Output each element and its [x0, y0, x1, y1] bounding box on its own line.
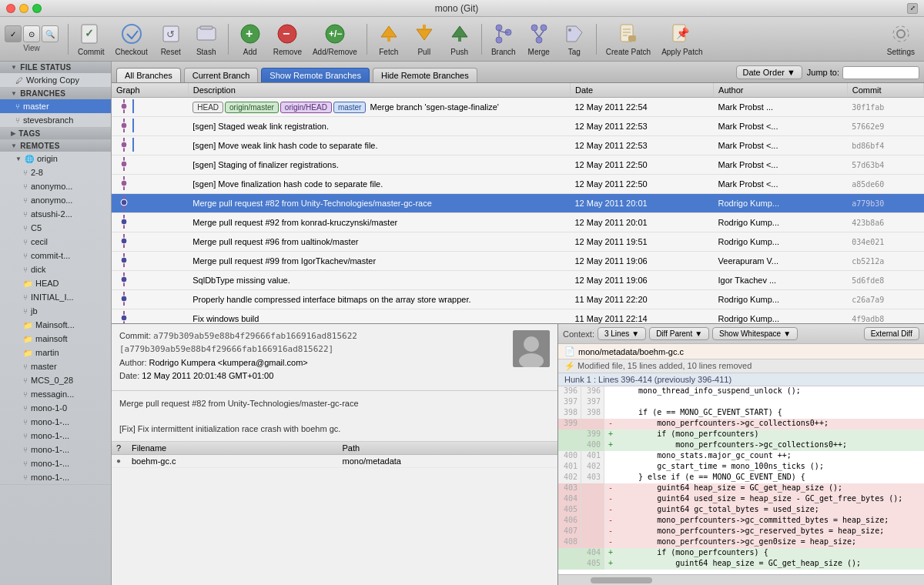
- file-status-header[interactable]: ▼ FILE STATUS: [0, 62, 111, 73]
- add-remove-button[interactable]: +/− Add/Remove: [308, 20, 362, 58]
- remote-item-messagin[interactable]: ⑂ messagin...: [0, 387, 111, 401]
- view-btn-2[interactable]: ⊙: [23, 25, 40, 42]
- col-header-author[interactable]: Author: [714, 83, 848, 98]
- file-row[interactable]: ● boehm-gc.c mono/metadata: [112, 455, 557, 468]
- col-header-date[interactable]: Date: [570, 83, 713, 98]
- branch-button[interactable]: Branch: [487, 20, 521, 58]
- table-row[interactable]: Merge pull request #96 from ualtinok/mas…: [112, 232, 924, 252]
- table-row[interactable]: Merge pull request #99 from IgorTkachev/…: [112, 252, 924, 271]
- tag-button[interactable]: Tag: [557, 20, 591, 58]
- checkout-button[interactable]: Checkout: [110, 20, 152, 58]
- pull-button[interactable]: Pull: [407, 20, 441, 58]
- merge-button[interactable]: Merge: [522, 20, 556, 58]
- svg-rect-6: [200, 26, 213, 29]
- diff-line: 405- guint64 gc_total_bytes = used_size;: [558, 505, 924, 516]
- commit-hash: 034e021: [847, 232, 923, 252]
- close-button[interactable]: [6, 4, 15, 13]
- remote-item-HEAD[interactable]: 📁 HEAD: [0, 276, 111, 290]
- context-btn[interactable]: 3 Lines ▼: [598, 327, 646, 340]
- remote-item-initial[interactable]: ⑂ INITIAL_I...: [0, 290, 111, 304]
- table-row[interactable]: Merge pull request #82 from Unity-Techno…: [112, 194, 924, 213]
- branch-master[interactable]: ⑂ master: [0, 99, 111, 113]
- table-row[interactable]: [sgen] Move weak link hash code to separ…: [112, 136, 924, 155]
- table-row[interactable]: [sgen] Staged weak link registration.12 …: [112, 117, 924, 136]
- maximize-button[interactable]: [32, 4, 42, 13]
- branch-label: Branch: [491, 48, 516, 56]
- remote-item-cecil[interactable]: ⑂ cecil: [0, 235, 111, 249]
- remote-item-anonymo2[interactable]: ⑂ anonymo...: [0, 193, 111, 207]
- push-button[interactable]: Push: [443, 20, 477, 58]
- jump-to-input[interactable]: [842, 66, 919, 79]
- table-row[interactable]: SqlDbType missing value.12 May 2011 19:0…: [112, 271, 924, 290]
- remote-item-jb[interactable]: ⑂ jb: [0, 304, 111, 318]
- table-row[interactable]: [sgen] Staging of finalizer registration…: [112, 155, 924, 175]
- working-copy-item[interactable]: 🖊 Working Copy: [0, 73, 111, 87]
- remote-item-mainsoft1[interactable]: 📁 Mainsoft...: [0, 318, 111, 332]
- remote-item-anonymo1[interactable]: ⑂ anonymo...: [0, 179, 111, 193]
- tab-hide-remote[interactable]: Hide Remote Branches: [373, 68, 477, 82]
- remote-item-atsushi[interactable]: ⑂ atsushi-2...: [0, 207, 111, 221]
- remote-item-mono-1-0[interactable]: ⑂ mono-1-0: [0, 401, 111, 415]
- tags-label: TAGS: [18, 129, 40, 138]
- create-patch-button[interactable]: Create Patch: [601, 20, 655, 58]
- remote-item-mcs[interactable]: ⑂ MCS_0_28: [0, 373, 111, 387]
- diff-hscrollbar-thumb[interactable]: [591, 577, 652, 583]
- view-btn-1[interactable]: ✓: [5, 25, 22, 42]
- date-order-button[interactable]: Date Order ▼: [736, 65, 802, 79]
- remotes-header[interactable]: ▼ REMOTES: [0, 140, 111, 152]
- apply-patch-button[interactable]: 📌 Apply Patch: [657, 20, 707, 58]
- col-header-graph[interactable]: Graph: [112, 83, 188, 98]
- settings-button[interactable]: Settings: [882, 20, 919, 58]
- window-controls[interactable]: [6, 4, 42, 13]
- table-row[interactable]: Merge pull request #92 from konrad-krucz…: [112, 213, 924, 232]
- remote-origin[interactable]: ▼ 🌐 origin: [0, 152, 111, 165]
- external-diff-btn[interactable]: External Diff: [864, 327, 919, 340]
- diff-line: 403- guint64 heap_size = GC_get_heap_siz…: [558, 483, 924, 494]
- show-whitespace-btn[interactable]: Show Whitespace ▼: [712, 327, 798, 340]
- resize-button[interactable]: ⤢: [907, 3, 918, 14]
- remote-item-mono-1-5[interactable]: ⑂ mono-1-...: [0, 470, 111, 484]
- view-btn-3[interactable]: 🔍: [42, 25, 59, 42]
- remote-item-mainsoft2[interactable]: 📁 mainsoft: [0, 332, 111, 346]
- diff-line-num-new: [581, 483, 604, 494]
- table-row[interactable]: Fix windows build11 May 2011 22:14Rodrig…: [112, 309, 924, 324]
- remote-item-commit-t[interactable]: ⑂ commit-t...: [0, 249, 111, 262]
- tab-all-branches[interactable]: All Branches: [116, 68, 181, 82]
- remote-item-c5[interactable]: ⑂ C5: [0, 221, 111, 235]
- stash-button[interactable]: Stash: [189, 20, 223, 58]
- remove-button[interactable]: − Remove: [269, 20, 306, 58]
- add-button[interactable]: + Add: [233, 20, 267, 58]
- branches-header[interactable]: ▼ BRANCHES: [0, 88, 111, 99]
- remote-item-mono-1-4[interactable]: ⑂ mono-1-...: [0, 456, 111, 470]
- diff-line-sign: [604, 386, 617, 397]
- diff-hscrollbar[interactable]: [558, 574, 924, 585]
- tab-current-branch[interactable]: Current Branch: [184, 68, 259, 82]
- create-patch-label: Create Patch: [606, 48, 651, 56]
- fetch-button[interactable]: Fetch: [372, 20, 406, 58]
- diff-parent-btn[interactable]: Diff Parent ▼: [649, 327, 709, 340]
- remote-item-mono-1-1[interactable]: ⑂ mono-1-...: [0, 415, 111, 429]
- diff-line-num-new: 399: [581, 430, 604, 440]
- table-row[interactable]: Properly handle compressed interface bit…: [112, 290, 924, 309]
- remote-item-martin[interactable]: 📁 martin: [0, 346, 111, 359]
- tab-show-remote[interactable]: Show Remote Branches: [261, 68, 370, 82]
- tag-icon: [562, 22, 587, 46]
- minimize-button[interactable]: [19, 4, 28, 13]
- diff-content[interactable]: 396396 mono_thread_info_suspend_unlock (…: [558, 386, 924, 574]
- diff-line-sign: +: [604, 548, 617, 559]
- remote-item-2-8[interactable]: ⑂ 2-8: [0, 165, 111, 179]
- remote-item-master[interactable]: ⑂ master: [0, 359, 111, 373]
- table-row[interactable]: HEADorigin/masterorigin/HEADmaster Merge…: [112, 98, 924, 117]
- tags-header[interactable]: ▶ TAGS: [0, 128, 111, 139]
- remote-item-dick[interactable]: ⑂ dick: [0, 262, 111, 276]
- commit-button[interactable]: ✓ Commit: [73, 20, 109, 58]
- remote-item-mono-1-2[interactable]: ⑂ mono-1-...: [0, 429, 111, 443]
- svg-point-61: [121, 276, 127, 282]
- table-row[interactable]: [sgen] Move finalization hash code to se…: [112, 175, 924, 194]
- reset-button[interactable]: ↺ Reset: [154, 20, 188, 58]
- branch-stevesbranch[interactable]: ⑂ stevesbranch: [0, 113, 111, 127]
- col-header-commit[interactable]: Commit: [847, 83, 923, 98]
- remote-item-mono-1-3[interactable]: ⑂ mono-1-...: [0, 443, 111, 456]
- pull-label: Pull: [417, 48, 430, 56]
- col-header-description[interactable]: Description: [188, 83, 570, 98]
